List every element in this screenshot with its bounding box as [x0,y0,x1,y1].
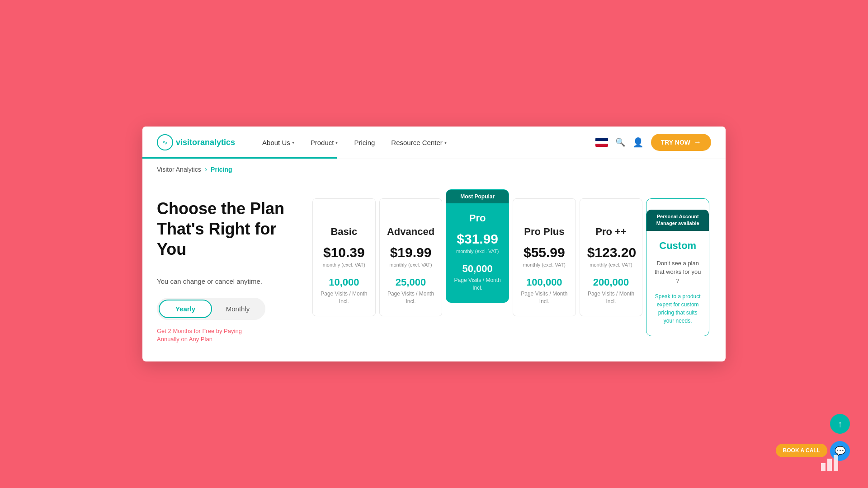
plan-card-basic: Basic $10.39 monthly (excl. VAT) 10,000 … [312,198,376,317]
plan-card-custom: Personal Account Manager available Custo… [646,198,709,336]
breadcrumb-separator: › [205,165,207,174]
plan-price-pro-plus: $55.99 [520,245,568,260]
chevron-down-icon: ▾ [335,140,338,145]
plan-price-advanced: $19.99 [387,245,435,260]
plan-card-pro-pp: Pro ++ $123.20 monthly (excl. VAT) 200,0… [580,198,643,317]
breadcrumb-parent[interactable]: Visitor Analytics [157,166,201,173]
svg-rect-2 [834,455,838,471]
custom-speak: Speak to a product expert for custom pri… [654,292,702,325]
browser-window: ∿ visitoranalytics About Us ▾ Product ▾ … [142,127,726,361]
plan-price-basic: $10.39 [320,245,368,260]
logo-text: visitoranalytics [176,138,235,147]
plan-card-pro: Most Popular Pro $31.99 monthly (excl. V… [446,189,509,303]
search-button[interactable]: 🔍 [615,137,625,147]
plan-visits-pro-pp: 200,000 [587,277,635,288]
plan-visits-advanced: 25,000 [387,277,435,288]
plan-name-basic: Basic [320,226,368,238]
plan-price-note-pro: monthly (excl. VAT) [453,249,501,254]
plan-visits-label-pro-pp: Page Visits / Month Incl. [587,290,635,305]
plan-price-note-advanced: monthly (excl. VAT) [387,262,435,267]
plan-name-pro-pp: Pro ++ [587,226,635,238]
plan-price-note-pro-pp: monthly (excl. VAT) [587,262,635,267]
billing-toggle: Yearly Monthly [157,298,265,320]
most-popular-badge: Most Popular [446,190,509,203]
breadcrumb: Visitor Analytics › Pricing [142,159,726,180]
promo-text: Get 2 Months for Free by Paying Annually… [157,327,256,343]
user-account-button[interactable]: 👤 [632,137,644,148]
logo-name-accent: analytics [200,138,235,147]
monthly-toggle[interactable]: Monthly [212,300,264,317]
svg-rect-1 [827,459,832,471]
plan-name-advanced: Advanced [387,226,435,238]
change-cancel-text: You can change or cancel anytime. [157,277,302,285]
plan-card-pro-plus: Pro Plus $55.99 monthly (excl. VAT) 100,… [513,198,576,317]
plan-price-pro: $31.99 [453,231,501,247]
flag-icon[interactable] [595,138,608,147]
try-now-button[interactable]: TRY NOW → [651,134,711,151]
plan-price-note-basic: monthly (excl. VAT) [320,262,368,267]
nav-actions: 🔍 👤 TRY NOW → [595,134,711,151]
plan-visits-label-pro: Page Visits / Month Incl. [453,277,501,292]
plan-name-pro-plus: Pro Plus [520,226,568,238]
page-title: Choose the Plan That's Right for You [157,198,302,259]
plan-visits-pro: 50,000 [453,263,501,275]
nav-links: About Us ▾ Product ▾ Pricing Resource Ce… [262,139,595,146]
chevron-down-icon: ▾ [444,140,447,145]
plan-visits-basic: 10,000 [320,277,368,288]
pricing-cards: Basic $10.39 monthly (excl. VAT) 10,000 … [311,198,711,343]
main-content: Choose the Plan That's Right for You You… [142,180,726,361]
svg-rect-0 [821,463,826,471]
logo[interactable]: ∿ visitoranalytics [157,134,235,150]
chart-icon [821,455,841,474]
logo-name-plain: visitor [176,138,200,147]
plan-visits-pro-plus: 100,000 [520,277,568,288]
navbar: ∿ visitoranalytics About Us ▾ Product ▾ … [142,127,726,159]
plan-name-custom: Custom [654,240,702,252]
plan-price-note-pro-plus: monthly (excl. VAT) [520,262,568,267]
left-panel: Choose the Plan That's Right for You You… [157,198,302,343]
logo-icon: ∿ [157,134,173,150]
personal-account-badge: Personal Account Manager available [646,210,709,231]
arrow-icon: → [694,138,701,146]
breadcrumb-current: Pricing [211,166,232,173]
book-a-call-button[interactable]: BOOK A CALL [776,444,827,457]
chevron-down-icon: ▾ [292,140,294,145]
plan-visits-label-advanced: Page Visits / Month Incl. [387,290,435,305]
plan-visits-label-basic: Page Visits / Month Incl. [320,290,368,305]
nav-link-about-us[interactable]: About Us ▾ [262,139,294,146]
nav-link-product[interactable]: Product ▾ [311,139,338,146]
nav-link-pricing[interactable]: Pricing [354,139,375,146]
plan-price-pro-pp: $123.20 [587,245,635,260]
plan-name-pro: Pro [453,212,501,224]
nav-link-resource-center[interactable]: Resource Center ▾ [391,139,446,146]
plan-card-advanced: Advanced $19.99 monthly (excl. VAT) 25,0… [379,198,443,317]
scroll-up-button[interactable]: ↑ [830,414,850,434]
yearly-toggle[interactable]: Yearly [159,300,212,318]
custom-desc: Don't see a plan that works for you ? [654,259,702,286]
plan-visits-label-pro-plus: Page Visits / Month Incl. [520,290,568,305]
